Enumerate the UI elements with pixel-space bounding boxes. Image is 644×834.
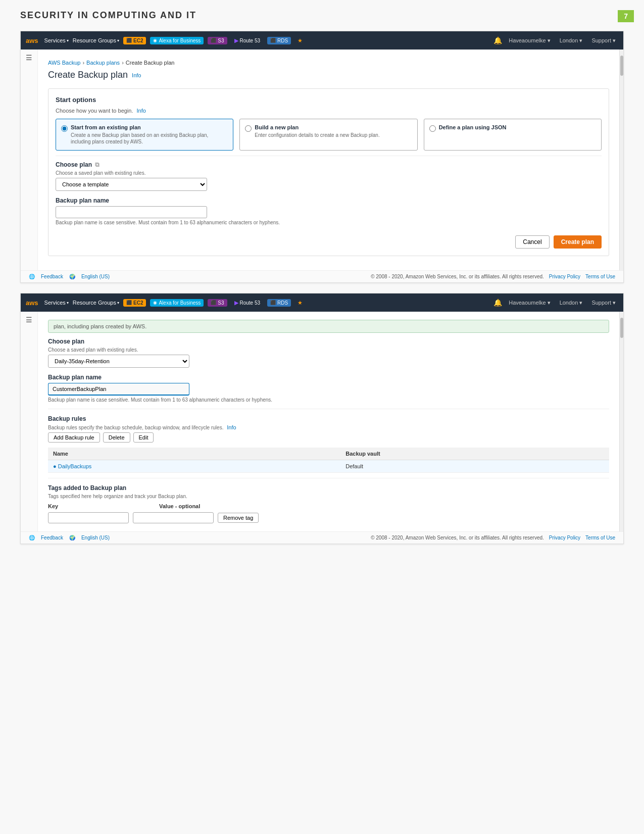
route53-badge[interactable]: ▶ Route 53 xyxy=(231,36,264,45)
screenshot-1: aws Services ▾ Resource Groups ▾ ⬛ EC2 ◉… xyxy=(20,31,624,283)
plan-name-hint-2: Backup plan name is case sensitive. Must… xyxy=(48,397,609,403)
support-menu-2[interactable]: Support ▾ xyxy=(589,300,618,306)
tags-title: Tags added to Backup plan xyxy=(48,484,609,492)
privacy-link[interactable]: Privacy Policy xyxy=(549,274,580,279)
alexa-badge-2[interactable]: ◉ Alexa for Business xyxy=(150,299,204,307)
choose-plan-field-2: Choose plan Choose a saved plan with exi… xyxy=(48,338,609,368)
plan-select[interactable]: Choose a template xyxy=(56,178,207,191)
ec2-badge[interactable]: ⬛ EC2 xyxy=(123,37,146,44)
terms-link[interactable]: Terms of Use xyxy=(585,274,615,279)
star-icon-2[interactable]: ★ xyxy=(295,300,305,306)
content-row-2: ☰ plan, including plans created by AWS. … xyxy=(21,312,623,531)
rules-table: Name Backup vault ● DailyBackups xyxy=(48,448,609,473)
screenshot-2: aws Services ▾ Resource Groups ▾ ⬛ EC2 ◉… xyxy=(20,293,624,544)
star-icon[interactable]: ★ xyxy=(295,37,305,44)
services-menu-2[interactable]: Services ▾ xyxy=(44,300,69,306)
table-row[interactable]: ● DailyBackups Default xyxy=(48,460,609,473)
choose-plan-label: Choose plan ⧉ xyxy=(56,161,602,168)
navbar-1: aws Services ▾ Resource Groups ▾ ⬛ EC2 ◉… xyxy=(21,31,623,50)
region-menu-2[interactable]: London ▾ xyxy=(557,300,585,306)
language-link-2[interactable]: English (US) xyxy=(81,535,110,541)
choose-plan-sublabel-2: Choose a saved plan with existing rules. xyxy=(48,347,609,353)
feedback-link[interactable]: Feedback xyxy=(41,274,63,279)
plan-select-2[interactable]: Daily-35day-Retention xyxy=(48,355,189,368)
breadcrumb-sep-1: › xyxy=(82,60,84,66)
radio-option-existing[interactable]: Start from an existing plan Create a new… xyxy=(56,119,233,151)
radio-option-new[interactable]: Build a new plan Enter configuration det… xyxy=(239,119,417,151)
delete-rule-button[interactable]: Delete xyxy=(103,432,130,443)
plan-name-input[interactable] xyxy=(56,206,207,218)
breadcrumb-item-2[interactable]: Backup plans xyxy=(86,60,120,66)
title-info-link[interactable]: Info xyxy=(132,72,141,78)
route53-badge-2[interactable]: ▶ Route 53 xyxy=(231,299,264,307)
radio-json-input[interactable] xyxy=(429,125,436,132)
rules-buttons: Add Backup rule Delete Edit xyxy=(48,432,609,443)
table-col-vault: Backup vault xyxy=(340,448,609,460)
key-input[interactable] xyxy=(48,512,129,523)
bell-icon-2[interactable]: 🔔 xyxy=(493,299,502,307)
plan-name-input-2[interactable] xyxy=(48,383,189,396)
region-menu[interactable]: London ▾ xyxy=(557,37,585,44)
bell-icon[interactable]: 🔔 xyxy=(493,36,502,44)
rds-badge[interactable]: ⬛ RDS xyxy=(267,37,291,44)
services-menu[interactable]: Services ▾ xyxy=(44,37,69,43)
radio-existing-input[interactable] xyxy=(61,125,68,132)
rds-badge-2[interactable]: ⬛ RDS xyxy=(267,299,291,307)
choose-how-info[interactable]: Info xyxy=(137,108,146,114)
copyright-text-2: © 2008 - 2020, Amazon Web Services, Inc.… xyxy=(371,535,544,541)
footer-1: 🌐 Feedback 🌍 English (US) © 2008 - 2020,… xyxy=(21,270,623,282)
tags-header: Key Value - optional xyxy=(48,503,609,509)
value-input[interactable] xyxy=(133,512,214,523)
language-link[interactable]: English (US) xyxy=(81,274,110,279)
chevron-down-icon-3: ▾ xyxy=(117,301,119,305)
main-content-2: plan, including plans created by AWS. Ch… xyxy=(38,312,619,531)
choose-plan-field: Choose plan ⧉ Choose a saved plan with e… xyxy=(56,161,602,191)
sidebar-toggle[interactable]: ☰ xyxy=(21,50,38,270)
ec2-badge-2[interactable]: ⬛ EC2 xyxy=(123,299,146,307)
rule-name-link[interactable]: DailyBackups xyxy=(58,463,92,469)
create-plan-button[interactable]: Create plan xyxy=(554,235,602,249)
radio-option-json[interactable]: Define a plan using JSON xyxy=(424,119,602,151)
footer-right-1: © 2008 - 2020, Amazon Web Services, Inc.… xyxy=(371,274,615,279)
footer-2: 🌐 Feedback 🌍 English (US) © 2008 - 2020,… xyxy=(21,531,623,544)
add-backup-rule-button[interactable]: Add Backup rule xyxy=(48,432,100,443)
radio-existing-title: Start from an existing plan xyxy=(71,124,228,130)
table-col-name: Name xyxy=(48,448,340,460)
s3-badge-2[interactable]: ⬛ S3 xyxy=(208,299,227,307)
radio-new-title: Build a new plan xyxy=(255,124,379,130)
form-buttons: Cancel Create plan xyxy=(56,231,602,249)
sidebar-toggle-2[interactable]: ☰ xyxy=(21,312,38,531)
plan-name-hint: Backup plan name is case sensitive. Must… xyxy=(56,220,602,225)
s3-badge[interactable]: ⬛ S3 xyxy=(208,37,227,44)
alexa-badge[interactable]: ◉ Alexa for Business xyxy=(150,37,204,44)
support-menu[interactable]: Support ▾ xyxy=(589,37,618,44)
rule-name-cell: ● DailyBackups xyxy=(48,460,340,473)
terms-link-2[interactable]: Terms of Use xyxy=(585,535,615,541)
footer-right-2: © 2008 - 2020, Amazon Web Services, Inc.… xyxy=(371,535,615,541)
row-select-radio[interactable]: ● xyxy=(53,463,57,469)
breadcrumb-item-1[interactable]: AWS Backup xyxy=(48,60,80,66)
scrollbar-1[interactable] xyxy=(619,50,623,270)
resource-groups-menu[interactable]: Resource Groups ▾ xyxy=(73,37,119,43)
chevron-down-icon: ▾ xyxy=(67,38,69,43)
page-number: 7 xyxy=(618,10,634,22)
chevron-down-icon: ▾ xyxy=(117,38,119,43)
remove-tag-button[interactable]: Remove tag xyxy=(218,513,259,523)
backup-rules-title: Backup rules xyxy=(48,415,609,422)
resource-groups-menu-2[interactable]: Resource Groups ▾ xyxy=(73,300,119,306)
cancel-button[interactable]: Cancel xyxy=(515,235,549,249)
privacy-link-2[interactable]: Privacy Policy xyxy=(549,535,580,541)
backup-rules-info[interactable]: Info xyxy=(227,424,236,430)
breadcrumb-sep-2: › xyxy=(122,60,124,66)
user-menu[interactable]: Haveaoumelke ▾ xyxy=(506,37,553,44)
footer-left-1: 🌐 Feedback 🌍 English (US) xyxy=(29,274,110,279)
scrollbar-2[interactable] xyxy=(619,312,623,531)
backup-rules-desc: Backup rules specify the backup schedule… xyxy=(48,424,609,430)
plan-name-field: Backup plan name Backup plan name is cas… xyxy=(56,197,602,225)
feedback-link-2[interactable]: Feedback xyxy=(41,535,63,541)
edit-rule-button[interactable]: Edit xyxy=(133,432,154,443)
radio-new-input[interactable] xyxy=(245,125,252,132)
user-menu-2[interactable]: Haveaoumelke ▾ xyxy=(506,300,553,306)
copyright-text: © 2008 - 2020, Amazon Web Services, Inc.… xyxy=(371,274,544,279)
copy-icon: ⧉ xyxy=(95,161,100,168)
